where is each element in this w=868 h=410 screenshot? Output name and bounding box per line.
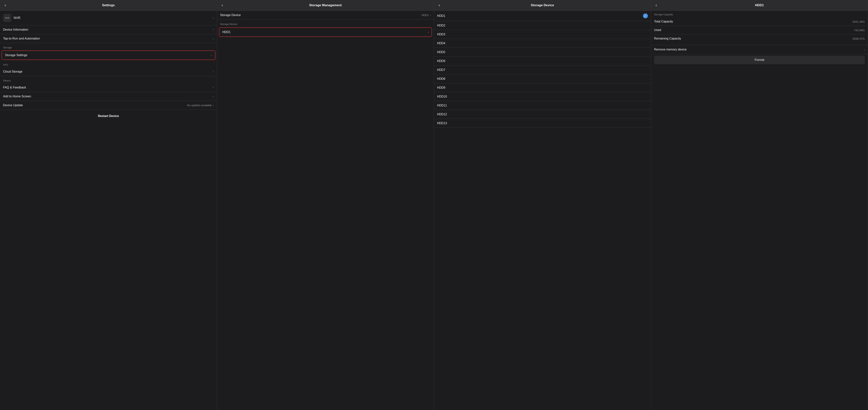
storage-settings-item[interactable]: Storage Settings › <box>2 51 215 60</box>
remove-memory-chevron-icon: › <box>864 48 865 51</box>
storage-device-hdd4-item[interactable]: HDD4 <box>434 39 651 48</box>
storage-device-hdd8-label: HDD8 <box>437 77 445 81</box>
device-info-chevron-icon: › <box>213 28 214 31</box>
device-update-right: No updates available › <box>187 104 214 107</box>
cloud-storage-chevron-icon: › <box>213 70 214 73</box>
storage-device-header: ‹ Storage Device <box>434 0 651 11</box>
hdd1-detail-title: HDD1 <box>755 3 764 7</box>
storage-device-hdd3-label: HDD3 <box>437 33 445 36</box>
vas-section-label: VAS <box>0 60 217 67</box>
storage-device-hdd13-item[interactable]: HDD13 <box>434 119 651 128</box>
add-home-screen-label: Add to Home Screen <box>3 95 31 98</box>
storage-device-hdd2-label: HDD2 <box>437 24 445 27</box>
nvr-icon: NVR <box>3 14 11 22</box>
device-update-value: No updates available <box>187 104 212 107</box>
used-value: 742.89G <box>854 29 865 32</box>
storage-device-hdd5-label: HDD5 <box>437 51 445 54</box>
nvr-chevron-icon: › <box>213 17 214 20</box>
restart-device-button[interactable]: Restart Device <box>0 111 217 121</box>
storage-device-hdd13-label: HDD13 <box>437 122 447 125</box>
storage-management-panel: ‹ Storage Management Storage Device HDD1… <box>217 0 434 410</box>
storage-device-title: Storage Device <box>531 3 554 7</box>
storage-device-hdd2-item[interactable]: HDD2 <box>434 21 651 30</box>
hdd1-detail-panel: ‹ HDD1 Storage Capacity Total Capacity 3… <box>651 0 868 410</box>
tap-to-run-chevron-icon: › <box>213 37 214 40</box>
nvr-row[interactable]: NVR NVR › <box>0 11 217 25</box>
storage-device-hdd11-label: HDD11 <box>437 104 447 107</box>
storage-device-value: HDD1 <box>422 13 429 17</box>
storage-device-hdd3-item[interactable]: HDD3 <box>434 30 651 39</box>
storage-device-hdd6-item[interactable]: HDD6 <box>434 57 651 66</box>
cloud-storage-label: Cloud Storage <box>3 70 22 73</box>
device-information-label: Device Information <box>3 28 28 31</box>
remove-memory-device-label: Remove memory device <box>654 48 687 51</box>
storage-settings-label: Storage Settings <box>5 54 27 57</box>
settings-header: ‹ Settings <box>0 0 217 11</box>
device-update-item[interactable]: Device Update No updates available › <box>0 101 217 110</box>
storage-device-hdd5-item[interactable]: HDD5 <box>434 48 651 57</box>
storage-settings-chevron-icon: › <box>211 54 212 57</box>
device-update-label: Device Update <box>3 103 23 107</box>
storage-device-hdd12-item[interactable]: HDD12 <box>434 110 651 119</box>
storage-section-label: Storage <box>0 43 217 50</box>
total-capacity-label: Total Capacity <box>654 20 673 23</box>
faq-label: FAQ & Feedback <box>3 86 26 89</box>
add-home-chevron-icon: › <box>213 95 214 98</box>
remove-memory-device-row[interactable]: Remove memory device › <box>651 45 868 54</box>
hdd1-detail-back-button[interactable]: ‹ <box>654 2 658 8</box>
settings-title: Settings <box>102 3 115 7</box>
nvr-label: NVR <box>13 16 213 20</box>
add-home-screen-item[interactable]: Add to Home Screen › <box>0 92 217 101</box>
storage-device-hdd9-item[interactable]: HDD9 <box>434 83 651 92</box>
hdd1-selected-outline: HDD1 › <box>219 27 432 37</box>
storage-device-body: HDD1 ✓ HDD2 HDD3 HDD4 HDD5 HDD6 HDD7 HDD… <box>434 11 651 410</box>
format-button[interactable]: Format <box>654 56 865 64</box>
storage-settings-outline: Storage Settings › <box>1 51 215 60</box>
storage-device-chevron-icon: › <box>430 13 431 17</box>
storage-device-panel: ‹ Storage Device HDD1 ✓ HDD2 HDD3 HDD4 H… <box>434 0 651 410</box>
storage-management-back-button[interactable]: ‹ <box>220 2 224 8</box>
storage-device-label: Storage Device <box>220 13 241 17</box>
remaining-capacity-value: 2598.57G <box>852 37 865 40</box>
storage-management-body: Storage Device HDD1 › Storage Device HDD… <box>217 11 434 410</box>
settings-back-button[interactable]: ‹ <box>3 2 7 8</box>
storage-device-hdd10-item[interactable]: HDD10 <box>434 92 651 101</box>
hdd1-storage-management-label: HDD1 <box>222 30 231 34</box>
storage-device-hdd1-item[interactable]: HDD1 ✓ <box>434 11 651 21</box>
storage-management-header: ‹ Storage Management <box>217 0 434 11</box>
storage-device-hdd9-label: HDD9 <box>437 86 445 89</box>
faq-item[interactable]: FAQ & Feedback › <box>0 83 217 92</box>
storage-device-hdd4-label: HDD4 <box>437 41 445 45</box>
storage-device-hdd7-label: HDD7 <box>437 68 445 72</box>
storage-device-hdd10-label: HDD10 <box>437 95 447 98</box>
used-label: Used <box>654 28 661 32</box>
storage-device-section-label: Storage Device <box>217 20 434 27</box>
hdd1-checkmark-icon: ✓ <box>643 13 648 18</box>
hdd1-storage-management-item[interactable]: HDD1 › <box>219 28 432 36</box>
storage-device-hdd6-label: HDD6 <box>437 59 445 63</box>
hdd1-detail-body: Storage Capacity Total Capacity 3341.46G… <box>651 11 868 410</box>
storage-device-hdd8-item[interactable]: HDD8 <box>434 74 651 83</box>
tap-to-run-item[interactable]: Tap-to-Run and Automation › <box>0 34 217 43</box>
storage-capacity-section-label: Storage Capacity <box>654 13 865 16</box>
storage-management-title: Storage Management <box>309 3 342 7</box>
remaining-capacity-label: Remaining Capacity <box>654 37 681 40</box>
others-section-label: Others <box>0 76 217 83</box>
total-capacity-row: Total Capacity 3341.46G <box>654 18 865 26</box>
cloud-storage-item[interactable]: Cloud Storage › <box>0 67 217 76</box>
storage-device-hdd7-item[interactable]: HDD7 <box>434 66 651 74</box>
storage-capacity-section: Storage Capacity Total Capacity 3341.46G… <box>651 11 868 45</box>
hdd1-storage-management-chevron-icon: › <box>428 31 429 34</box>
tap-to-run-label: Tap-to-Run and Automation <box>3 37 40 40</box>
device-information-item[interactable]: Device Information › <box>0 25 217 34</box>
storage-device-hdd1-label: HDD1 <box>437 14 445 18</box>
settings-panel: ‹ Settings NVR NVR › Device Information … <box>0 0 217 410</box>
settings-body: NVR NVR › Device Information › Tap-to-Ru… <box>0 11 217 410</box>
restart-device-label: Restart Device <box>98 114 119 118</box>
storage-device-row[interactable]: Storage Device HDD1 › <box>217 11 434 20</box>
used-row: Used 742.89G <box>654 26 865 34</box>
storage-device-hdd12-label: HDD12 <box>437 113 447 116</box>
hdd1-detail-header: ‹ HDD1 <box>651 0 868 11</box>
storage-device-back-button[interactable]: ‹ <box>437 2 441 8</box>
storage-device-hdd11-item[interactable]: HDD11 <box>434 101 651 110</box>
